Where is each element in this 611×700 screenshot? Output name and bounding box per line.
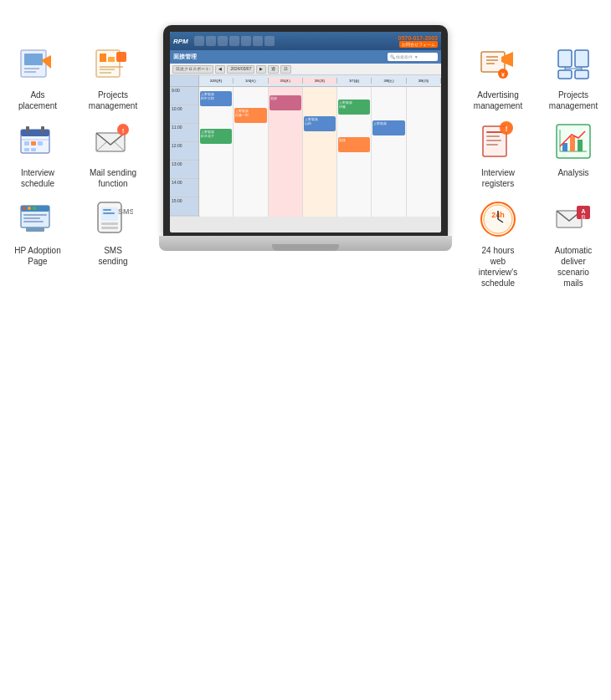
app-subheader: 面接管理 🔍 検索条件 ▼ (170, 50, 441, 64)
nav-icon-4 (229, 36, 239, 46)
svg-rect-34 (23, 221, 44, 222)
projects-management-right-item: Projectsmanagement (540, 42, 607, 111)
svg-rect-40 (103, 209, 111, 211)
projects-management-left-item: Projectsmanagement (80, 42, 146, 111)
time-13: 13:00 (170, 161, 198, 179)
svg-rect-14 (26, 126, 29, 133)
svg-rect-13 (21, 130, 49, 136)
day-col-fri: 上野製薬伊藤 面接 (337, 87, 372, 217)
interview-registers-icon: ! (476, 120, 520, 163)
time-14: 14:00 (170, 179, 198, 197)
hp-adoption-label: HP AdoptionPage (14, 245, 60, 267)
bottom-section (0, 449, 611, 700)
svg-rect-68 (570, 136, 575, 151)
event-mon-1: 上野製薬田中太郎 (200, 91, 232, 106)
app-search-bar: 🔍 検索条件 ▼ (388, 53, 438, 61)
nav-icon-6 (253, 36, 263, 46)
analysis-label: Analysis (557, 167, 588, 178)
svg-rect-8 (116, 52, 126, 62)
hp-adoption-icon (16, 197, 59, 241)
day-col-thu: 上野製薬山田 (303, 87, 337, 217)
svg-rect-1 (24, 54, 43, 65)
laptop: RPM (159, 25, 452, 251)
svg-rect-15 (41, 126, 44, 133)
app-calendar-body: 9:00 10:00 11:00 12:00 13:00 14:00 15:00 (170, 87, 441, 217)
laptop-screen-outer: RPM (163, 25, 448, 236)
event-fri-1: 上野製薬伊藤 (338, 100, 370, 115)
event-tue-1: 上野製薬佐藤一郎 (234, 108, 266, 123)
cal-day-thu: 3/6(木) (303, 78, 337, 84)
svg-rect-59 (486, 135, 500, 137)
interview-schedule-label: Interviewschedule (21, 167, 54, 189)
svg-rect-35 (26, 227, 44, 232)
mail-sending-label: Mail sendingfunction (90, 167, 136, 189)
svg-rect-19 (38, 141, 43, 146)
right-icon-row-3: 24h 24 hourswebinterview'sschedule (465, 197, 607, 289)
svg-text:!: ! (506, 125, 508, 133)
toolbar-btn-1: 日次クロスポート: (172, 65, 213, 74)
svg-rect-6 (100, 54, 106, 62)
24hours-icon: 24h (476, 197, 520, 241)
phone-number: 0570-017-2003 (398, 35, 439, 41)
svg-rect-33 (23, 217, 40, 219)
svg-rect-20 (24, 148, 29, 151)
contact-btn: お問合せフォーム (399, 41, 438, 48)
svg-rect-39 (101, 227, 118, 229)
advertising-management-label: Advertisingmanagement (474, 89, 522, 111)
cal-day-sat: 3/8(土) (372, 78, 406, 84)
app-screen: RPM (170, 32, 441, 232)
svg-rect-60 (486, 140, 501, 141)
svg-text:!: ! (122, 127, 125, 135)
svg-rect-3 (24, 71, 36, 73)
app-calendar-header: 2/26(月) 3/4(火) 3/5(水) 3/6(木) 3/7(金) 3/8(… (170, 75, 441, 87)
svg-point-29 (23, 207, 26, 210)
24hours-item: 24h 24 hourswebinterview'sschedule (465, 197, 531, 289)
projects-management-right-label: Projectsmanagement (549, 89, 598, 111)
app-toolbar: 日次クロスポート: ◀ 2024/03/07 ▶ 週 日 (170, 64, 441, 75)
icons-right: ¥ Advertisingmanagement (465, 42, 607, 297)
sms-sending-item: SMS SMSsending (80, 197, 146, 267)
event-wed-1: 面接 (270, 95, 301, 110)
day-columns: 上野製薬田中太郎 上野製薬鈴木花子 上野製薬佐藤一郎 面接 (199, 87, 441, 217)
svg-rect-18 (31, 141, 36, 146)
laptop-base (159, 236, 452, 251)
analysis-item: Analysis (540, 120, 607, 189)
left-icon-row-1: Adsplacement Projec (4, 42, 146, 111)
svg-rect-10 (100, 69, 115, 70)
svg-rect-41 (103, 212, 115, 214)
svg-rect-69 (578, 140, 583, 151)
svg-rect-61 (486, 144, 498, 146)
svg-rect-32 (23, 214, 47, 216)
toolbar-btn-week: 週 (268, 65, 279, 74)
advertising-management-item: ¥ Advertisingmanagement (465, 42, 531, 111)
time-9: 9:00 (170, 87, 198, 105)
event-fri-2: 面接 (338, 137, 370, 152)
time-10: 10:00 (170, 105, 198, 124)
interview-schedule-icon (16, 120, 59, 163)
interview-registers-item: ! Interviewregisters (465, 120, 531, 189)
app-right-info: 0570-017-2003 お問合せフォーム (398, 35, 439, 48)
day-col-sat: 上野製薬 (372, 87, 406, 217)
svg-text:A: A (581, 208, 585, 214)
auto-deliver-item: A B Automaticdeliverscenariomails (540, 197, 607, 289)
mail-sending-item: ! Mail sendingfunction (80, 120, 146, 189)
svg-rect-2 (24, 68, 39, 69)
svg-rect-58 (486, 131, 503, 133)
interview-schedule-item: Interviewschedule (4, 120, 71, 189)
analysis-icon (552, 120, 595, 163)
ads-placement-item: Adsplacement (4, 42, 71, 111)
left-icon-row-3: HP AdoptionPage SMS (4, 197, 146, 267)
day-col-sun (407, 87, 441, 217)
cal-day-tue: 3/4(火) (234, 78, 268, 84)
nav-icon-5 (241, 36, 251, 46)
24hours-label: 24 hourswebinterview'sschedule (479, 245, 517, 289)
app-nav-icons (194, 36, 275, 46)
day-col-wed: 面接 (269, 87, 303, 217)
nav-icon-7 (264, 36, 275, 46)
nav-icon-3 (218, 36, 228, 46)
cal-day-sun: 3/9(日) (407, 78, 441, 84)
svg-rect-21 (31, 148, 36, 151)
hp-adoption-item: HP AdoptionPage (4, 197, 71, 267)
svg-rect-43 (481, 52, 505, 72)
svg-rect-67 (562, 143, 567, 151)
